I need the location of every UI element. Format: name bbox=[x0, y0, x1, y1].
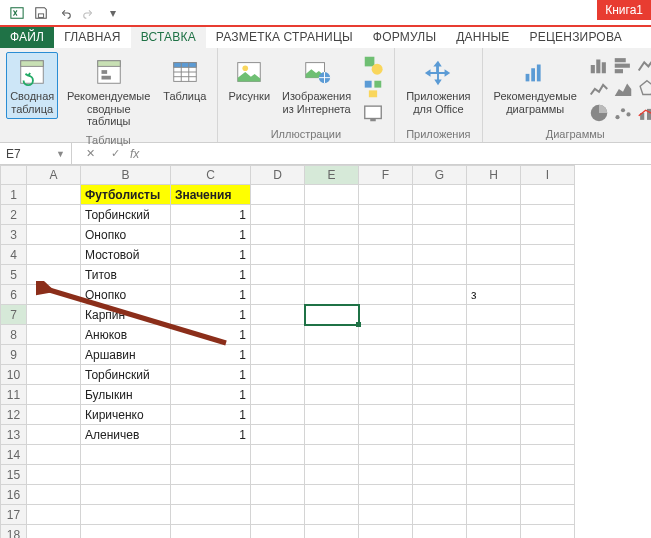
cell-I9[interactable] bbox=[521, 345, 575, 365]
cell-G9[interactable] bbox=[413, 345, 467, 365]
column-header-C[interactable]: C bbox=[171, 166, 251, 185]
cell-E2[interactable] bbox=[305, 205, 359, 225]
column-header-E[interactable]: E bbox=[305, 166, 359, 185]
cell-B9[interactable]: Аршавин bbox=[81, 345, 171, 365]
cell-E17[interactable] bbox=[305, 505, 359, 525]
cell-E8[interactable] bbox=[305, 325, 359, 345]
enter-icon[interactable]: ✓ bbox=[105, 147, 126, 160]
cell-F4[interactable] bbox=[359, 245, 413, 265]
cell-D2[interactable] bbox=[251, 205, 305, 225]
cell-E15[interactable] bbox=[305, 465, 359, 485]
cell-G16[interactable] bbox=[413, 485, 467, 505]
cell-D10[interactable] bbox=[251, 365, 305, 385]
qat-customize-icon[interactable]: ▾ bbox=[102, 2, 124, 24]
cell-B10[interactable]: Торбинский bbox=[81, 365, 171, 385]
cell-G7[interactable] bbox=[413, 305, 467, 325]
cell-G8[interactable] bbox=[413, 325, 467, 345]
cell-H17[interactable] bbox=[467, 505, 521, 525]
cell-F12[interactable] bbox=[359, 405, 413, 425]
cell-D5[interactable] bbox=[251, 265, 305, 285]
cell-E16[interactable] bbox=[305, 485, 359, 505]
combo-chart-icon[interactable] bbox=[636, 102, 651, 124]
cell-I3[interactable] bbox=[521, 225, 575, 245]
cell-H9[interactable] bbox=[467, 345, 521, 365]
cell-F16[interactable] bbox=[359, 485, 413, 505]
cell-D11[interactable] bbox=[251, 385, 305, 405]
cell-H7[interactable] bbox=[467, 305, 521, 325]
cell-I16[interactable] bbox=[521, 485, 575, 505]
cell-A8[interactable] bbox=[27, 325, 81, 345]
cell-A10[interactable] bbox=[27, 365, 81, 385]
cell-H5[interactable] bbox=[467, 265, 521, 285]
cell-B3[interactable]: Онопко bbox=[81, 225, 171, 245]
cell-A13[interactable] bbox=[27, 425, 81, 445]
row-header-10[interactable]: 10 bbox=[1, 365, 27, 385]
shapes-icon[interactable] bbox=[362, 54, 384, 76]
cell-H4[interactable] bbox=[467, 245, 521, 265]
stock-chart-icon[interactable] bbox=[636, 54, 651, 76]
cell-D3[interactable] bbox=[251, 225, 305, 245]
cell-A1[interactable] bbox=[27, 185, 81, 205]
cell-H11[interactable] bbox=[467, 385, 521, 405]
cell-B13[interactable]: Аленичев bbox=[81, 425, 171, 445]
select-all-corner[interactable] bbox=[1, 166, 27, 185]
cell-F13[interactable] bbox=[359, 425, 413, 445]
row-header-2[interactable]: 2 bbox=[1, 205, 27, 225]
cell-F14[interactable] bbox=[359, 445, 413, 465]
cell-H18[interactable] bbox=[467, 525, 521, 539]
row-header-4[interactable]: 4 bbox=[1, 245, 27, 265]
cell-E18[interactable] bbox=[305, 525, 359, 539]
cell-G3[interactable] bbox=[413, 225, 467, 245]
spreadsheet-grid[interactable]: ABCDEFGHI1ФутболистыЗначения2Торбинский1… bbox=[0, 165, 651, 538]
cell-C4[interactable]: 1 bbox=[171, 245, 251, 265]
save-icon[interactable] bbox=[30, 2, 52, 24]
column-header-G[interactable]: G bbox=[413, 166, 467, 185]
cell-E9[interactable] bbox=[305, 345, 359, 365]
cell-D17[interactable] bbox=[251, 505, 305, 525]
cell-C8[interactable]: 1 bbox=[171, 325, 251, 345]
cell-B11[interactable]: Булыкин bbox=[81, 385, 171, 405]
cell-F8[interactable] bbox=[359, 325, 413, 345]
row-header-17[interactable]: 17 bbox=[1, 505, 27, 525]
cell-C18[interactable] bbox=[171, 525, 251, 539]
cell-C11[interactable]: 1 bbox=[171, 385, 251, 405]
cell-D4[interactable] bbox=[251, 245, 305, 265]
pictures-button[interactable]: Рисунки bbox=[224, 52, 276, 107]
row-header-5[interactable]: 5 bbox=[1, 265, 27, 285]
row-header-13[interactable]: 13 bbox=[1, 425, 27, 445]
cell-H13[interactable] bbox=[467, 425, 521, 445]
cell-B6[interactable]: Онопко bbox=[81, 285, 171, 305]
cell-B2[interactable]: Торбинский bbox=[81, 205, 171, 225]
cell-E7[interactable] bbox=[305, 305, 359, 325]
cell-H3[interactable] bbox=[467, 225, 521, 245]
undo-icon[interactable] bbox=[54, 2, 76, 24]
cell-C2[interactable]: 1 bbox=[171, 205, 251, 225]
cell-D14[interactable] bbox=[251, 445, 305, 465]
tab-review[interactable]: РЕЦЕНЗИРОВА bbox=[520, 27, 632, 48]
cell-A4[interactable] bbox=[27, 245, 81, 265]
tab-formulas[interactable]: ФОРМУЛЫ bbox=[363, 27, 446, 48]
name-box[interactable]: E7 ▼ bbox=[0, 143, 72, 164]
cell-E6[interactable] bbox=[305, 285, 359, 305]
cell-I2[interactable] bbox=[521, 205, 575, 225]
cell-H16[interactable] bbox=[467, 485, 521, 505]
cell-D16[interactable] bbox=[251, 485, 305, 505]
cell-H8[interactable] bbox=[467, 325, 521, 345]
cell-A6[interactable] bbox=[27, 285, 81, 305]
cancel-icon[interactable]: ✕ bbox=[80, 147, 101, 160]
cell-F11[interactable] bbox=[359, 385, 413, 405]
cell-E4[interactable] bbox=[305, 245, 359, 265]
cell-C15[interactable] bbox=[171, 465, 251, 485]
cell-F5[interactable] bbox=[359, 265, 413, 285]
cell-A3[interactable] bbox=[27, 225, 81, 245]
cell-G6[interactable] bbox=[413, 285, 467, 305]
cell-D6[interactable] bbox=[251, 285, 305, 305]
cell-E12[interactable] bbox=[305, 405, 359, 425]
cell-A14[interactable] bbox=[27, 445, 81, 465]
row-header-14[interactable]: 14 bbox=[1, 445, 27, 465]
table-button[interactable]: Таблица bbox=[159, 52, 210, 107]
cell-H15[interactable] bbox=[467, 465, 521, 485]
cell-A18[interactable] bbox=[27, 525, 81, 539]
column-header-B[interactable]: B bbox=[81, 166, 171, 185]
cell-G17[interactable] bbox=[413, 505, 467, 525]
